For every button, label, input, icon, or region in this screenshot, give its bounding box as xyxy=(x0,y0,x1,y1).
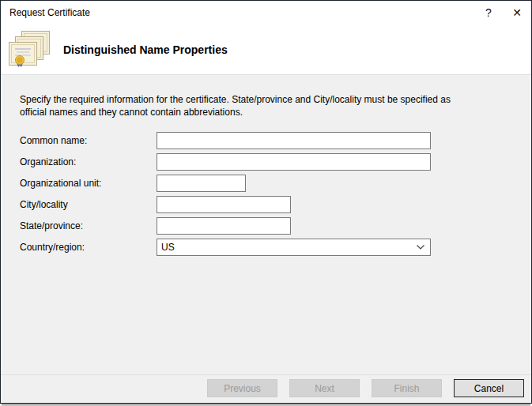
next-button[interactable]: Next xyxy=(289,379,360,397)
country-region-select[interactable]: US xyxy=(157,239,431,256)
wizard-header: Distinguished Name Properties xyxy=(1,24,531,74)
country-region-row: Country/region: US xyxy=(20,239,512,256)
state-province-input[interactable] xyxy=(157,217,291,235)
common-name-row: Common name: xyxy=(20,132,512,149)
organizational-unit-label: Organizational unit: xyxy=(20,178,157,189)
country-region-selected-value: US xyxy=(161,242,175,253)
previous-button[interactable]: Previous xyxy=(207,379,277,397)
common-name-label: Common name: xyxy=(20,135,157,146)
organization-label: Organization: xyxy=(20,156,157,167)
organizational-unit-input[interactable] xyxy=(157,175,246,192)
title-bar: Request Certificate ? ✕ xyxy=(1,1,531,24)
state-province-row: State/province: xyxy=(20,217,512,235)
organization-row: Organization: xyxy=(20,153,512,171)
page-title: Distinguished Name Properties xyxy=(63,43,228,56)
close-button[interactable]: ✕ xyxy=(503,1,531,24)
window-title: Request Certificate xyxy=(1,7,474,18)
finish-button[interactable]: Finish xyxy=(372,379,442,397)
common-name-input[interactable] xyxy=(157,132,431,149)
certificates-stack-icon xyxy=(9,31,51,69)
city-locality-label: City/locality xyxy=(20,199,157,210)
organizational-unit-row: Organizational unit: xyxy=(20,175,512,192)
state-province-label: State/province: xyxy=(20,220,157,231)
organization-input[interactable] xyxy=(157,153,431,171)
instruction-text: Specify the required information for the… xyxy=(20,93,467,118)
help-button[interactable]: ? xyxy=(474,1,503,24)
request-certificate-dialog: Request Certificate ? ✕ xyxy=(0,0,532,404)
close-icon: ✕ xyxy=(512,6,522,19)
city-locality-input[interactable] xyxy=(157,196,291,213)
help-icon: ? xyxy=(485,6,492,19)
city-locality-row: City/locality xyxy=(20,196,512,213)
country-region-label: Country/region: xyxy=(20,242,157,253)
content-area: Specify the required information for the… xyxy=(1,75,531,374)
chevron-down-icon xyxy=(416,244,425,250)
cancel-button[interactable]: Cancel xyxy=(454,379,524,397)
button-bar: Previous Next Finish Cancel xyxy=(1,375,531,404)
